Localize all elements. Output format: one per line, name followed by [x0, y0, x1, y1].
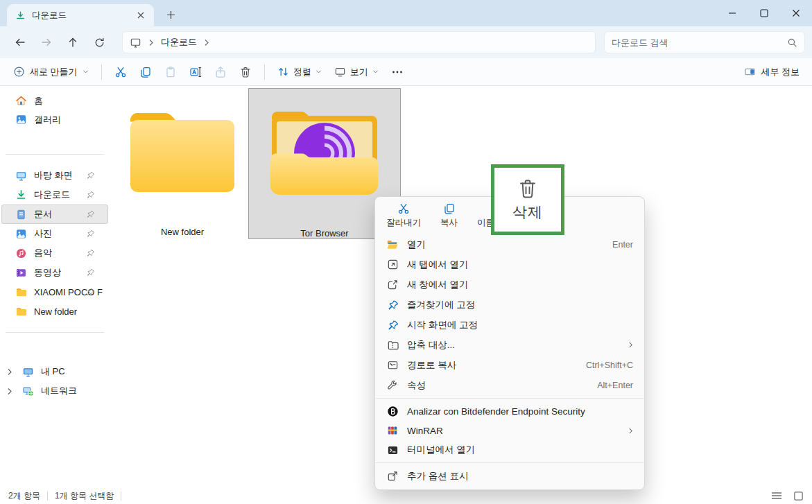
- sidebar-item-new-folder[interactable]: New folder: [1, 302, 108, 321]
- sidebar-item-xiaomi-poco[interactable]: XIAOMI POCO F: [1, 282, 108, 302]
- menu-item-pin-to-favorites[interactable]: 즐겨찾기에 고정: [378, 295, 641, 315]
- terminal-icon: [386, 444, 399, 456]
- details-pane-toggle[interactable]: 세부 정보: [738, 61, 805, 83]
- delete-button[interactable]: [233, 61, 258, 83]
- menu-item-label: 새 창에서 열기: [407, 279, 633, 291]
- breadcrumb[interactable]: 다운로드: [122, 31, 596, 53]
- menu-item-open-new-tab[interactable]: 새 탭에서 열기: [378, 254, 641, 275]
- sidebar-item-label: New folder: [34, 306, 103, 317]
- sidebar-item-pictures[interactable]: 사진: [1, 224, 108, 243]
- menu-item-label: 즐겨찾기에 고정: [407, 299, 633, 311]
- explorer-tab-downloads[interactable]: 다운로드: [7, 4, 154, 26]
- cut-menu-button[interactable]: 잘라내기: [385, 201, 422, 230]
- menu-item-winrar[interactable]: WinRAR: [378, 421, 641, 440]
- sidebar-item-this-pc[interactable]: 내 PC: [1, 362, 108, 381]
- delete-button-highlighted[interactable]: 삭제: [491, 164, 564, 235]
- quick-action-label: 복사: [440, 217, 458, 229]
- view-label: 보기: [350, 66, 368, 78]
- sidebar-item-home[interactable]: 홈: [1, 92, 108, 110]
- cut-button[interactable]: [108, 61, 133, 83]
- menu-item-open-in-terminal[interactable]: 터미널에서 열기: [378, 440, 641, 460]
- chevron-right-icon[interactable]: [4, 368, 15, 376]
- view-button[interactable]: 보기: [328, 61, 385, 83]
- menu-separator: [376, 398, 643, 399]
- sidebar-item-gallery[interactable]: 갤러리: [1, 110, 108, 129]
- large-icons-view-icon[interactable]: [793, 491, 804, 501]
- forward-button[interactable]: [33, 31, 60, 54]
- new-tab-button[interactable]: [161, 6, 180, 24]
- quick-action-label: 잘라내기: [386, 217, 421, 229]
- item-count: 2개 항목: [8, 490, 40, 502]
- menu-item-pin-to-start[interactable]: 시작 화면에 고정: [378, 315, 641, 335]
- sidebar-separator: [6, 332, 104, 333]
- sidebar-item-videos[interactable]: 동영상: [1, 263, 108, 282]
- paste-button[interactable]: [158, 61, 183, 83]
- menu-item-copy-as-path[interactable]: 경로로 복사 Ctrl+Shift+C: [378, 355, 641, 375]
- folder-icon-large: [126, 105, 239, 195]
- new-item-label: 새로 만들기: [30, 66, 78, 78]
- file-tile-new-folder[interactable]: New folder: [116, 89, 248, 237]
- details-pane-icon: [744, 66, 756, 78]
- menu-item-open[interactable]: 열기 Enter: [378, 234, 641, 254]
- pin-icon: [86, 210, 94, 218]
- maximize-button[interactable]: [748, 0, 780, 26]
- menu-item-open-new-window[interactable]: 새 창에서 열기: [378, 275, 641, 295]
- folder-icon: [15, 306, 27, 318]
- chevron-right-icon: [148, 39, 154, 46]
- sidebar-item-music[interactable]: 음악: [1, 243, 108, 263]
- submenu-chevron-icon: [628, 427, 633, 435]
- close-button[interactable]: [780, 0, 812, 26]
- sidebar-item-desktop[interactable]: 바탕 화면: [1, 166, 108, 185]
- menu-item-compress-to[interactable]: 압축 대상...: [378, 335, 641, 355]
- properties-wrench-icon: [386, 379, 399, 392]
- gallery-icon: [15, 114, 27, 125]
- context-menu: 잘라내기 복사 이름 바꾸기: [374, 196, 645, 490]
- selection-count: 1개 항목 선택함: [55, 490, 114, 502]
- view-layout-icon: [334, 66, 346, 78]
- videos-icon: [15, 267, 27, 279]
- rename-button[interactable]: [183, 61, 208, 83]
- menu-item-label: 추가 옵션 표시: [407, 470, 633, 483]
- menu-item-bitdefender-scan[interactable]: Analizar con Bitdefender Endpoint Securi…: [378, 401, 641, 421]
- desktop-icon: [15, 170, 27, 182]
- more-commands-button[interactable]: [385, 61, 410, 83]
- tab-close-icon[interactable]: [133, 8, 148, 23]
- search-input[interactable]: [612, 37, 787, 48]
- tab-title: 다운로드: [32, 10, 133, 21]
- back-button[interactable]: [7, 31, 33, 54]
- pin-icon: [386, 319, 399, 331]
- cut-icon: [397, 202, 410, 215]
- open-folder-icon: [386, 238, 399, 251]
- details-view-icon[interactable]: [771, 491, 782, 501]
- more-options-icon: [386, 470, 399, 483]
- sidebar-item-network[interactable]: 네트워크: [1, 381, 108, 401]
- file-name: Tor Browser: [300, 228, 348, 238]
- download-tab-icon: [15, 10, 26, 21]
- menu-item-label: Analizar con Bitdefender Endpoint Securi…: [407, 406, 633, 417]
- menu-item-show-more-options[interactable]: 추가 옵션 표시: [378, 466, 641, 486]
- copy-menu-button[interactable]: 복사: [439, 201, 459, 230]
- chevron-right-icon[interactable]: [4, 388, 15, 395]
- toolbar-separator: [264, 64, 265, 80]
- minimize-button[interactable]: [716, 0, 748, 26]
- refresh-button[interactable]: [86, 31, 112, 54]
- up-button[interactable]: [60, 31, 86, 54]
- search-icon: [787, 37, 797, 48]
- chevron-right-icon: [204, 39, 209, 46]
- share-button[interactable]: [208, 61, 233, 83]
- chevron-down-icon: [83, 69, 89, 74]
- sort-button[interactable]: 정렬: [271, 61, 328, 83]
- breadcrumb-item-downloads[interactable]: 다운로드: [161, 36, 197, 49]
- search-box[interactable]: [604, 31, 805, 53]
- chevron-down-icon: [316, 69, 322, 74]
- sidebar-item-downloads[interactable]: 다운로드: [1, 185, 108, 205]
- sidebar-item-documents[interactable]: 문서: [1, 205, 108, 224]
- pin-icon: [86, 288, 94, 296]
- copy-icon: [443, 202, 456, 215]
- copy-button[interactable]: [133, 61, 158, 83]
- sidebar-item-label: 홈: [34, 95, 103, 107]
- folder-icon: [15, 286, 27, 298]
- new-item-button[interactable]: 새로 만들기: [7, 61, 95, 83]
- file-list-area[interactable]: New folder: [110, 86, 812, 487]
- menu-item-properties[interactable]: 속성 Alt+Enter: [378, 375, 641, 395]
